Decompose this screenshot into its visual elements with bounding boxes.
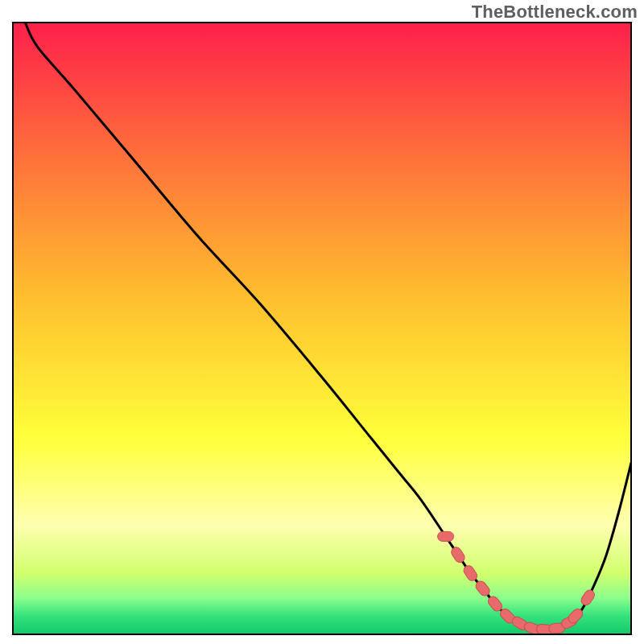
optimal-marker bbox=[438, 531, 454, 541]
bottleneck-chart bbox=[0, 0, 644, 644]
watermark-text: TheBottleneck.com bbox=[472, 2, 638, 23]
chart-container: TheBottleneck.com bbox=[0, 0, 644, 644]
gradient-background bbox=[13, 23, 631, 634]
